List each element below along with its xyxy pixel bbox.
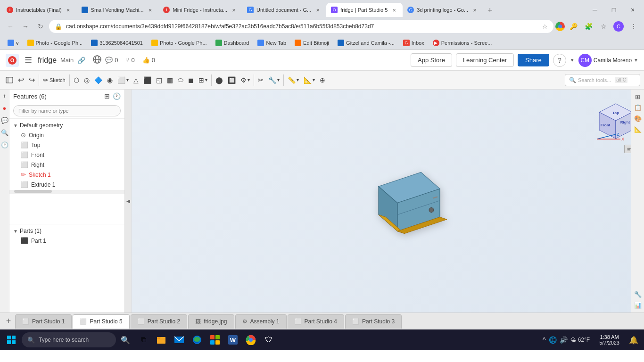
taskbar-security-button[interactable]: 🛡 xyxy=(260,331,277,348)
left-sidebar-add-icon[interactable]: + xyxy=(0,91,9,100)
minimize-button[interactable]: ─ xyxy=(586,3,604,17)
left-sidebar-error-icon[interactable]: ● xyxy=(0,104,9,112)
bottom-tab-partstudio5[interactable]: ⬜ Part Studio 5 xyxy=(73,314,129,329)
bookmark-newtab[interactable]: New Tab xyxy=(254,39,290,47)
close-window-button[interactable]: × xyxy=(623,3,642,17)
tool-8[interactable]: ◱ xyxy=(154,73,164,87)
tab-close-2[interactable]: × xyxy=(146,6,154,14)
tab-close-5[interactable]: × xyxy=(390,6,398,14)
tool-5[interactable]: ⬜▾ xyxy=(116,73,131,87)
tool-17[interactable]: 🔧▾ xyxy=(266,73,281,87)
onshape-logo[interactable]: O xyxy=(6,54,19,67)
tree-item-part1[interactable]: ⬛ Part 1 xyxy=(9,236,124,246)
tool-19[interactable]: 📐▾ xyxy=(302,73,317,87)
bottom-tab-partstudio1[interactable]: ⬜ Part Studio 1 xyxy=(15,314,72,329)
taskbar-chrome-button[interactable] xyxy=(242,331,259,348)
weather-widget[interactable]: 🌤 62°F xyxy=(570,337,590,343)
taskbar-explorer-button[interactable] xyxy=(153,331,170,348)
tool-14[interactable]: 🔲 xyxy=(226,73,238,87)
tab-mini-fridge[interactable]: I Mini Fridge - Instructa... × xyxy=(158,3,242,17)
bottom-tab-partstudio4[interactable]: ⬜ Part Studio 4 xyxy=(288,314,344,329)
bookmark-bitmoji[interactable]: Edit Bitmoji xyxy=(291,39,333,47)
tab-close-6[interactable]: × xyxy=(471,6,479,14)
tool-4[interactable]: ◉ xyxy=(105,73,115,87)
right-panel-icon-4[interactable]: 📐 xyxy=(634,126,642,133)
bookmark-photo2[interactable]: Photo - Google Ph... xyxy=(148,39,211,47)
extensions-icon[interactable]: 🧩 xyxy=(582,20,595,33)
tab-3dlogo[interactable]: G 3d printing logo - Go... × xyxy=(403,3,483,17)
left-sidebar-clock-icon[interactable]: 🕐 xyxy=(0,140,9,149)
bookmark-v[interactable]: v xyxy=(4,39,23,47)
taskbar-search-bar[interactable]: 🔍 Type here to search xyxy=(22,332,116,347)
tree-item-right[interactable]: ⬜ Right xyxy=(9,160,124,170)
help-button[interactable]: ? xyxy=(553,54,566,67)
sketch-button[interactable]: ✏ Sketch xyxy=(41,73,67,87)
link-icon[interactable]: 🔗 xyxy=(77,57,85,64)
taskbar-search-button[interactable]: 🔍 xyxy=(117,331,134,348)
bottom-tab-assembly1[interactable]: ⚙ Assembly 1 xyxy=(235,314,287,329)
3d-viewport[interactable]: Top Front Right Z X ⊞▾ xyxy=(132,90,644,313)
tool-18[interactable]: 📏▾ xyxy=(286,73,301,87)
key-icon[interactable]: 🔑 xyxy=(567,20,580,33)
comments-stat[interactable]: 💬 0 xyxy=(105,57,118,64)
tab-close-1[interactable]: × xyxy=(65,6,72,14)
default-geometry-header[interactable]: ▼ Default geometry xyxy=(9,121,124,130)
show-hidden-tray-icon[interactable]: ^ xyxy=(543,336,546,344)
likes-stat[interactable]: 👍 0 xyxy=(142,57,155,64)
left-sidebar-filter-icon[interactable]: 🔍 xyxy=(0,128,9,137)
app-store-button[interactable]: App Store xyxy=(411,53,452,67)
tree-item-sketch1[interactable]: ✏ Sketch 1 xyxy=(9,170,124,180)
tab-vending[interactable]: Small Vending Machi... × xyxy=(77,3,159,17)
tool-2[interactable]: ◎ xyxy=(82,73,91,87)
bookmark-photo1[interactable]: Photo - Google Ph... xyxy=(24,39,87,47)
tool-7[interactable]: ⬛ xyxy=(141,73,153,87)
right-panel-icon-6[interactable]: 📊 xyxy=(634,302,642,309)
right-panel-icon-1[interactable]: ⊞ xyxy=(635,93,640,100)
bookmark-star-icon[interactable]: ☆ xyxy=(597,20,610,33)
taskbar-edge-button[interactable] xyxy=(189,331,206,348)
feature-history-icon[interactable]: 🕐 xyxy=(113,92,121,100)
menu-icon[interactable]: ⋮ xyxy=(627,20,640,33)
tool-1[interactable]: ⬡ xyxy=(72,73,81,87)
tool-10[interactable]: ⬭ xyxy=(176,73,185,87)
right-panel-icon-5[interactable]: 🔧 xyxy=(634,291,642,298)
new-tab-button[interactable]: + xyxy=(483,4,496,17)
search-tools-input[interactable]: 🔍 Search tools... alt C xyxy=(565,74,640,86)
tab-close-4[interactable]: × xyxy=(314,6,322,14)
windows-start-button[interactable] xyxy=(2,330,21,349)
network-icon[interactable]: 🌐 xyxy=(549,336,557,344)
tool-9[interactable]: ▥ xyxy=(165,73,175,87)
redo-button[interactable]: ↪ xyxy=(27,73,37,87)
tool-15[interactable]: ⚙▾ xyxy=(239,73,252,87)
right-panel-icon-3[interactable]: 🎨 xyxy=(634,115,642,122)
tool-3[interactable]: 🔷 xyxy=(92,73,104,87)
bookmark-permissions[interactable]: ▶ Permissions - Scree... xyxy=(429,39,496,47)
tree-item-top[interactable]: ⬜ Top xyxy=(9,140,124,150)
tool-12[interactable]: ⊞▾ xyxy=(197,73,209,87)
tab-close-3[interactable]: × xyxy=(230,6,238,14)
reload-button[interactable]: ↻ xyxy=(34,20,47,33)
taskbar-taskview-button[interactable]: ⧉ xyxy=(135,331,152,348)
feature-filter-input[interactable] xyxy=(13,105,121,116)
tool-11[interactable]: ◼ xyxy=(186,73,196,87)
tool-16[interactable]: ✂ xyxy=(256,73,265,87)
maximize-button[interactable]: □ xyxy=(604,3,623,17)
learning-center-button[interactable]: Learning Center xyxy=(456,53,514,67)
branches-stat[interactable]: ⑂ 0 xyxy=(125,57,134,64)
tool-13[interactable]: ⬤ xyxy=(214,73,225,87)
star-icon[interactable]: ☆ xyxy=(542,23,548,30)
share-button[interactable]: Share xyxy=(518,54,549,66)
hamburger-menu[interactable]: ☰ xyxy=(23,53,34,67)
undo-button[interactable]: ↩ xyxy=(16,73,26,87)
bookmark-gitzel[interactable]: Gitzel and Camila -... xyxy=(334,39,398,47)
volume-icon[interactable]: 🔊 xyxy=(560,336,568,344)
bottom-tab-fridgejpg[interactable]: 🖼 fridge.jpg xyxy=(188,314,234,329)
tool-20[interactable]: ⊕ xyxy=(318,73,327,87)
feature-add-icon[interactable]: ⊞ xyxy=(104,92,110,100)
tool-6[interactable]: △ xyxy=(132,73,140,87)
bottom-tab-partstudio2[interactable]: ⬜ Part Studio 2 xyxy=(131,314,187,329)
system-clock[interactable]: 1:38 AM 5/7/2023 xyxy=(595,334,623,346)
left-sidebar-comment-icon[interactable]: 💬 xyxy=(0,116,9,124)
globe-icon[interactable] xyxy=(93,55,101,65)
horizontal-scrollbar[interactable] xyxy=(9,190,124,194)
